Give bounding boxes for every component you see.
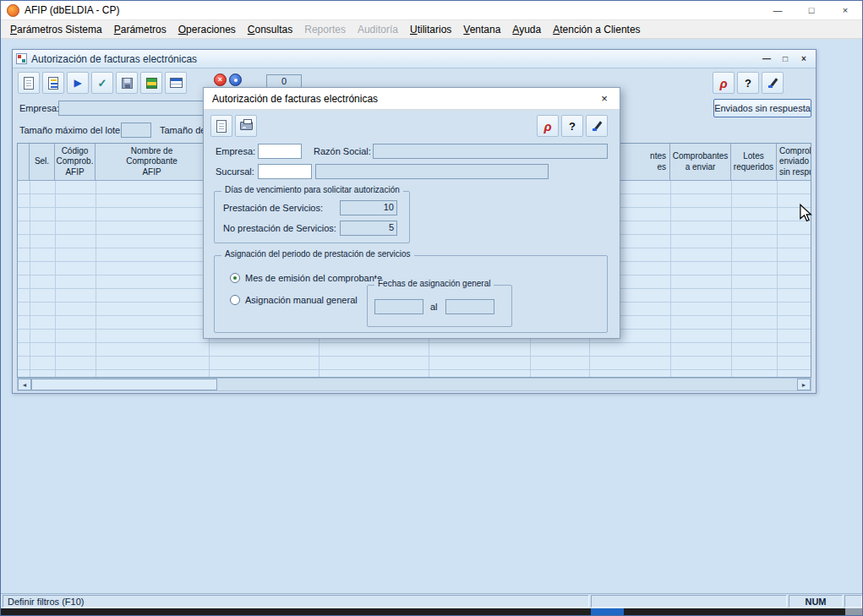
no-prestacion-label: No prestación de Servicios:: [223, 223, 336, 233]
child-toolbar-middle: ×: [214, 74, 242, 86]
play-icon: ▶: [74, 78, 81, 88]
dialog-empresa-field[interactable]: [258, 144, 302, 159]
menu-auditoria: Auditoría: [352, 22, 404, 37]
exit-icon: ρ: [719, 77, 727, 90]
enviados-sin-respuesta-button[interactable]: Enviados sin respuesta: [713, 99, 811, 117]
scroll-track[interactable]: [31, 379, 797, 390]
dialog-title: Autorización de facturas electrónicas: [212, 93, 378, 105]
dialog-exit-icon: ρ: [543, 120, 551, 133]
help-button[interactable]: ?: [737, 72, 759, 94]
child-minimize-button[interactable]: —: [758, 52, 775, 66]
dialog-titlebar[interactable]: Autorización de facturas electrónicas ×: [204, 88, 620, 110]
scroll-left-button[interactable]: ◄: [18, 379, 31, 390]
dialog-shortcut-keys-button[interactable]: [586, 115, 608, 137]
vencimiento-caption: Días de vencimiento para solicitar autor…: [221, 185, 403, 194]
menu-consultas[interactable]: Consultas: [242, 22, 298, 37]
status-message-panel: Definir filtros (F10): [3, 595, 589, 608]
tamano-lote-field: [121, 123, 151, 138]
main-titlebar[interactable]: AFIP (dbELDIA - CP) — □ ×: [1, 1, 862, 20]
batch-button[interactable]: [140, 72, 162, 94]
shortcut-keys-button[interactable]: [762, 72, 784, 94]
mdi-background: Autorización de facturas electrónicas — …: [1, 39, 862, 593]
child-close-button[interactable]: ×: [795, 52, 812, 66]
no-prestacion-field: 5: [340, 221, 397, 236]
dialog-toolbar: [210, 115, 257, 137]
col-comprobantes-a-enviar: Comprobantes a enviar: [670, 144, 731, 181]
empresa-label: Empresa:: [19, 103, 59, 113]
col-lotes-requeridos: Lotes requeridos: [731, 144, 777, 181]
help-icon: ?: [745, 78, 751, 89]
fechas-groupbox: Fechas de asignación general al: [367, 285, 512, 327]
properties-icon: [48, 77, 58, 90]
grid-hscrollbar: ◄ ►: [17, 378, 811, 391]
dialog-new-button[interactable]: [210, 115, 232, 137]
menu-ayuda[interactable]: Ayuda: [506, 22, 547, 37]
col-comprobantes-enviados: Comproba enviado sin respu: [777, 144, 811, 181]
child-caption-buttons: — □ ×: [758, 52, 812, 66]
new-button[interactable]: [18, 72, 40, 94]
database-icon: [146, 78, 157, 89]
child-window-icon: [16, 53, 27, 64]
status-message: Definir filtros (F10): [8, 597, 84, 607]
properties-button[interactable]: [42, 72, 64, 94]
grid-vline: [96, 181, 96, 377]
grid-vline: [670, 181, 671, 377]
save-icon: [122, 78, 133, 89]
maximize-button[interactable]: □: [795, 1, 828, 19]
razon-social-label: Razón Social:: [314, 146, 371, 156]
col-sel: Sel.: [30, 144, 55, 181]
menu-parametros[interactable]: Parámetros: [108, 22, 172, 37]
sucursal-field[interactable]: [258, 164, 312, 179]
grid-vline: [731, 181, 732, 377]
taskbar-fragment: [591, 608, 624, 615]
pencil-icon: [767, 78, 778, 89]
dialog-close-icon: ×: [601, 92, 608, 105]
autorizacion-dialog: Autorización de facturas electrónicas × …: [203, 87, 620, 339]
bottom-border-strip: [1, 608, 862, 615]
window-title: AFIP (dbELDIA - CP): [25, 4, 119, 16]
child-titlebar[interactable]: Autorización de facturas electrónicas — …: [13, 50, 816, 68]
menu-reportes: Reportes: [298, 22, 352, 37]
check-icon: ✓: [98, 78, 107, 89]
radio-asignacion-manual[interactable]: Asignación manual general: [230, 295, 358, 305]
radio-mes-emision[interactable]: Mes de emisión del comprobante: [230, 273, 382, 283]
menu-atencion-clientes[interactable]: Atención a Clientes: [547, 22, 646, 37]
dialog-help-button[interactable]: ?: [561, 115, 583, 137]
app-window: AFIP (dbELDIA - CP) — □ × Parámetros Sis…: [0, 0, 863, 616]
radio-mes-label: Mes de emisión del comprobante: [245, 273, 382, 283]
exit-button[interactable]: ρ: [713, 72, 735, 94]
dialog-print-button[interactable]: [235, 115, 257, 137]
printer-icon: [240, 122, 253, 130]
scroll-right-button[interactable]: ►: [797, 379, 811, 390]
num-lock-indicator: NUM: [805, 597, 826, 607]
blue-circle-icon[interactable]: [229, 74, 242, 86]
dialog-pencil-icon: [592, 121, 603, 132]
grid-vline: [55, 181, 56, 377]
menu-parametros-sistema[interactable]: Parámetros Sistema: [4, 22, 108, 37]
menu-utilitarios[interactable]: Utilitarios: [404, 22, 457, 37]
child-close-icon: ×: [801, 54, 806, 63]
menu-operaciones[interactable]: Operaciones: [172, 22, 242, 37]
grid-vline: [777, 181, 778, 377]
child-toolbar: ▶ ✓: [18, 72, 187, 94]
dialog-help-icon: ?: [569, 121, 576, 132]
confirm-button[interactable]: ✓: [91, 72, 113, 94]
dialog-body: ρ ? Empresa: Razón Social: Sucursal: Día…: [204, 110, 620, 338]
grid-view-button[interactable]: [165, 72, 187, 94]
child-minimize-icon: —: [762, 54, 771, 63]
scroll-thumb[interactable]: [31, 379, 217, 390]
run-button[interactable]: ▶: [67, 72, 89, 94]
child-maximize-button[interactable]: □: [777, 52, 794, 66]
red-x-glyph: ×: [218, 76, 222, 84]
menu-ventana[interactable]: Ventana: [457, 22, 506, 37]
prestacion-label: Prestación de Servicios:: [223, 203, 323, 213]
dialog-close-button[interactable]: ×: [589, 88, 620, 109]
scroll-left-icon: ◄: [22, 382, 28, 388]
sucursal-label: Sucursal:: [216, 166, 254, 177]
close-button[interactable]: ×: [828, 1, 862, 19]
tamano-del-label: Tamaño del: [160, 125, 208, 135]
dialog-exit-button[interactable]: ρ: [537, 115, 559, 137]
save-button: [116, 72, 138, 94]
minimize-button[interactable]: —: [761, 1, 795, 19]
red-x-circle-icon[interactable]: ×: [214, 74, 227, 86]
